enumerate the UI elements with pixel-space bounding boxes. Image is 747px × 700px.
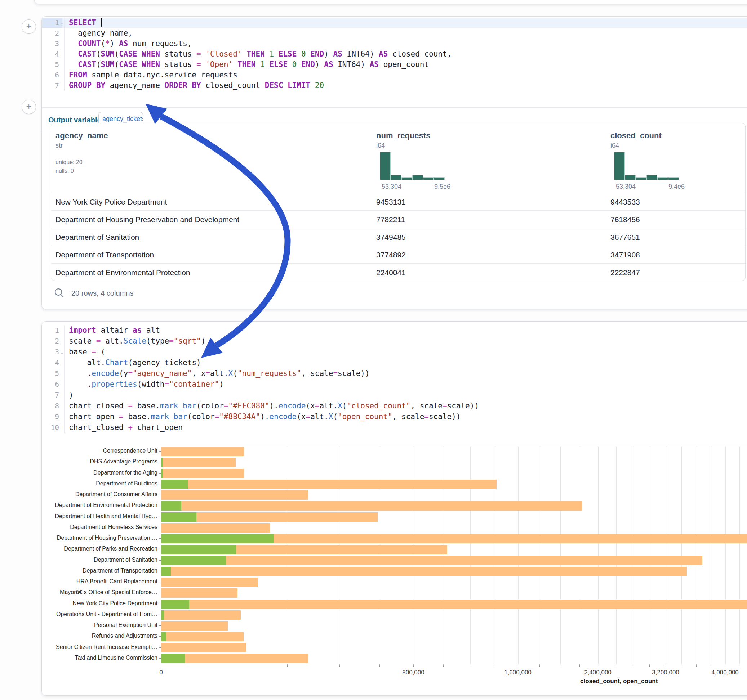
- open-count-bar: [162, 480, 188, 489]
- cell-divider: [42, 107, 747, 108]
- y-tick-label: New York City Police Department: [35, 600, 157, 607]
- fold-chevron-icon[interactable]: ⌄: [60, 347, 64, 357]
- bar-group: [162, 458, 747, 467]
- code-line[interactable]: 2scale = alt.Scale(type="sqrt"): [42, 336, 747, 346]
- code-line[interactable]: 6 .properties(width="container"): [42, 379, 747, 389]
- cell-num-requests: 2240041: [376, 268, 406, 277]
- x-tick-label: 1,600,000: [504, 669, 532, 676]
- bar-group: [162, 523, 747, 533]
- column-stat: nulls: 0: [56, 168, 74, 174]
- y-tick-label: Personal Exemption Unit: [35, 622, 157, 628]
- closed-count-bar: [162, 490, 308, 500]
- cell-closed-count: 7618456: [611, 215, 640, 224]
- bar-group: [162, 567, 747, 576]
- y-tick-label: Department of Transportation: [35, 567, 157, 574]
- y-tick-label: Department of Health and Mental Hyg…: [35, 513, 157, 520]
- code-line[interactable]: 4 alt.Chart(agency_tickets): [42, 358, 747, 368]
- closed-count-bar: [162, 501, 582, 511]
- y-tick-label: Senior Citizen Rent Increase Exempti…: [35, 644, 157, 650]
- chart-plot-area: [161, 446, 747, 664]
- column-type: i64: [376, 142, 385, 149]
- bar-group: [162, 534, 747, 543]
- cell-num-requests: 3749485: [376, 233, 406, 241]
- code-line[interactable]: 10chart_closed + chart_open: [42, 422, 747, 433]
- add-cell-button-top[interactable]: +: [22, 20, 36, 34]
- code-line[interactable]: 7): [42, 390, 747, 400]
- x-tick-label: 0: [159, 669, 163, 676]
- table-row: Department of Housing Preservation and D…: [51, 210, 745, 228]
- code-line[interactable]: 6FROM sample_data.nyc.service_requests: [42, 70, 747, 80]
- closed-count-bar: [162, 458, 236, 467]
- cell-agency-name: New York City Police Department: [56, 198, 167, 206]
- y-tick-label: Refunds and Adjustments: [35, 633, 157, 639]
- open-count-bar: [162, 599, 189, 609]
- code-line[interactable]: 3⌄base = (: [42, 347, 747, 357]
- line-number: 9: [42, 412, 59, 422]
- line-number: 10: [42, 422, 59, 433]
- column-header[interactable]: num_requests: [376, 131, 430, 140]
- line-number: 2: [42, 336, 59, 346]
- add-cell-button-output[interactable]: +: [22, 100, 36, 114]
- code-line[interactable]: 7GROUP BY agency_name ORDER BY closed_co…: [42, 80, 747, 91]
- column-type: str: [56, 142, 63, 149]
- code-line[interactable]: 5 CAST(SUM(CASE WHEN status = 'Open' THE…: [42, 59, 747, 70]
- code-line[interactable]: 3 COUNT(*) AS num_requests,: [42, 39, 747, 49]
- bar-group: [162, 490, 747, 500]
- code-line[interactable]: 8chart_closed = base.mark_bar(color="#FF…: [42, 401, 747, 411]
- bar-group: [162, 545, 747, 554]
- closed-count-bar: [162, 447, 244, 456]
- histogram-max-label: 9.5e6: [380, 183, 451, 190]
- bar-group: [162, 632, 747, 641]
- closed-count-bar: [162, 610, 241, 620]
- fold-chevron-icon[interactable]: ⌄: [60, 18, 64, 28]
- code-line[interactable]: 1⌄SELECT: [42, 18, 747, 28]
- open-count-bar: [162, 654, 185, 663]
- closed-count-bar: [162, 621, 228, 631]
- python-code-editor[interactable]: 1import altair as alt2scale = alt.Scale(…: [42, 325, 747, 435]
- closed-count-bar: [162, 599, 747, 609]
- bar-group: [162, 480, 747, 489]
- code-line[interactable]: 5 .encode(y="agency_name", x=alt.X("num_…: [42, 368, 747, 379]
- closed-count-bar: [162, 523, 270, 533]
- closed-count-bar: [162, 567, 687, 576]
- code-line[interactable]: 4 CAST(SUM(CASE WHEN status = 'Closed' T…: [42, 49, 747, 59]
- search-icon[interactable]: [54, 287, 65, 298]
- line-number: 1: [42, 18, 59, 28]
- closed-count-bar: [162, 578, 258, 587]
- column-histogram: [380, 152, 445, 180]
- line-number: 8: [42, 401, 59, 411]
- y-tick-label: Mayorâ€ s Office of Special Enforce…: [35, 589, 157, 596]
- y-tick-label: Taxi and Limousine Commission: [35, 655, 157, 661]
- x-tick-label: 2,400,000: [584, 669, 611, 676]
- line-number: 4: [42, 49, 59, 59]
- bar-group: [162, 556, 747, 565]
- code-line[interactable]: 1import altair as alt: [42, 325, 747, 336]
- column-histogram: [614, 152, 679, 180]
- closed-count-bar: [162, 643, 246, 652]
- code-line[interactable]: 9chart_open = base.mark_bar(color="#8BC3…: [42, 412, 747, 422]
- table-row: Department of Sanitation37494853677651: [51, 228, 745, 246]
- line-number: 6: [42, 379, 59, 389]
- code-line[interactable]: 2 agency_name,: [42, 28, 747, 39]
- bar-group: [162, 599, 747, 609]
- line-number: 6: [42, 70, 59, 80]
- y-tick-label: Correspondence Unit: [35, 448, 157, 454]
- column-header[interactable]: closed_count: [611, 131, 662, 140]
- line-number: 5: [42, 368, 59, 379]
- cell-num-requests: 9453131: [376, 198, 406, 206]
- line-number: 1: [42, 325, 59, 336]
- result-table-panel[interactable]: agency_namestrunique: 20nulls: 0num_requ…: [51, 123, 745, 281]
- bar-group: [162, 447, 747, 456]
- y-tick-label: Department for the Aging: [35, 469, 157, 476]
- bar-group: [162, 610, 747, 620]
- cell-num-requests: 7782211: [376, 215, 405, 224]
- bar-group: [162, 621, 747, 631]
- column-header[interactable]: agency_name: [56, 131, 108, 140]
- cell-agency-name: Department of Sanitation: [56, 233, 139, 241]
- y-tick-label: Department of Homeless Services: [35, 524, 157, 530]
- sql-code-editor[interactable]: 1⌄SELECT 2 agency_name,3 COUNT(*) AS num…: [42, 18, 747, 90]
- column-stat: unique: 20: [56, 159, 83, 166]
- closed-count-bar: [162, 588, 237, 598]
- bar-group: [162, 469, 747, 478]
- histogram-max-label: 9.4e6: [614, 183, 685, 190]
